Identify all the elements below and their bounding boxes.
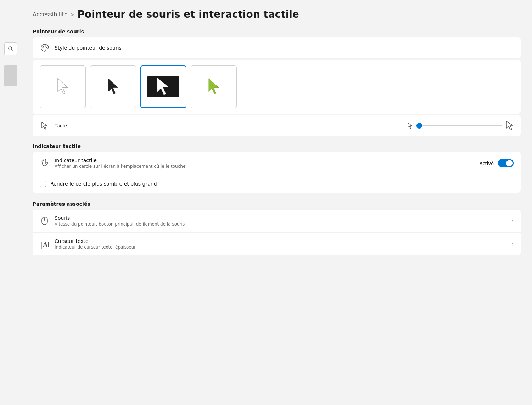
row-pointer-style: Style du pointeur de souris bbox=[33, 37, 521, 58]
card-related-settings: Souris Vitesse du pointeur, bouton princ… bbox=[33, 210, 521, 255]
svg-marker-6 bbox=[58, 79, 68, 94]
section-label-touch: Indicateur tactile bbox=[33, 143, 521, 149]
toggle-thumb bbox=[506, 160, 513, 166]
souris-chevron: › bbox=[511, 218, 514, 224]
touch-indicator-content: Indicateur tactile Afficher un cercle su… bbox=[55, 158, 475, 169]
curseur-texte-chevron: › bbox=[511, 241, 514, 247]
pointer-style-title: Style du pointeur de souris bbox=[55, 45, 514, 51]
cursor-large-icon bbox=[506, 121, 514, 130]
palette-icon bbox=[40, 43, 50, 53]
row-touch-indicator: Indicateur tactile Afficher un cercle su… bbox=[33, 152, 521, 175]
svg-marker-12 bbox=[506, 121, 513, 130]
curseur-texte-content: Curseur texte Indicateur de curseur text… bbox=[55, 238, 506, 250]
touch-indicator-toggle-area: Activé bbox=[480, 159, 514, 167]
chevron-right-icon: › bbox=[511, 218, 514, 224]
search-button[interactable] bbox=[4, 42, 17, 55]
cursor-inverted-bg bbox=[147, 76, 179, 97]
svg-line-1 bbox=[11, 50, 13, 51]
breadcrumb-separator: > bbox=[71, 12, 75, 17]
make-larger-label: Rendre le cercle plus sombre et plus gra… bbox=[50, 181, 157, 187]
svg-marker-8 bbox=[157, 78, 169, 95]
cursor-cards-list bbox=[40, 65, 514, 108]
pointer-style-content: Style du pointeur de souris bbox=[55, 45, 514, 51]
curseur-texte-title: Curseur texte bbox=[55, 238, 506, 244]
svg-point-15 bbox=[44, 218, 45, 220]
toggle-label-activé: Activé bbox=[480, 161, 494, 166]
touch-icon bbox=[40, 158, 50, 168]
sidebar-nav-placeholder bbox=[4, 65, 17, 86]
card-size: Taille bbox=[33, 115, 521, 136]
svg-point-5 bbox=[46, 47, 47, 48]
svg-point-4 bbox=[45, 46, 46, 47]
breadcrumb: Accessibilité > Pointeur de souris et in… bbox=[33, 8, 521, 20]
page-title: Pointeur de souris et interaction tactil… bbox=[78, 8, 299, 20]
touch-indicator-title: Indicateur tactile bbox=[55, 158, 475, 163]
make-larger-checkbox[interactable] bbox=[40, 181, 46, 187]
sidebar bbox=[0, 0, 21, 405]
card-pointer-style: Style du pointeur de souris bbox=[33, 37, 521, 58]
size-title: Taille bbox=[55, 123, 402, 129]
souris-subtitle: Vitesse du pointeur, bouton principal, d… bbox=[55, 222, 506, 227]
svg-marker-11 bbox=[408, 123, 412, 129]
svg-marker-9 bbox=[209, 79, 219, 94]
row-curseur-texte[interactable]: |Ab Curseur texte Indicateur de curseur … bbox=[33, 233, 521, 255]
svg-marker-7 bbox=[108, 79, 118, 94]
card-touch-indicator: Indicateur tactile Afficher un cercle su… bbox=[33, 152, 521, 193]
souris-content: Souris Vitesse du pointeur, bouton princ… bbox=[55, 215, 506, 227]
main-content: Accessibilité > Pointeur de souris et in… bbox=[21, 0, 532, 405]
touch-indicator-subtitle: Afficher un cercle sur l'écran à l'empla… bbox=[55, 164, 475, 169]
text-cursor-icon: |Ab bbox=[40, 239, 50, 249]
size-controls bbox=[407, 121, 514, 130]
cursor-style-options bbox=[33, 60, 521, 114]
touch-indicator-toggle[interactable] bbox=[498, 159, 514, 167]
cursor-option-dark[interactable] bbox=[90, 65, 136, 108]
size-content: Taille bbox=[55, 123, 402, 129]
breadcrumb-parent[interactable]: Accessibilité bbox=[33, 11, 68, 18]
svg-point-3 bbox=[43, 46, 44, 47]
section-label-mouse: Pointeur de souris bbox=[33, 29, 521, 34]
search-icon bbox=[8, 46, 13, 52]
cursor-option-color[interactable] bbox=[191, 65, 237, 108]
curseur-texte-subtitle: Indicateur de curseur texte, épaisseur bbox=[55, 245, 506, 250]
cursor-small-icon bbox=[407, 122, 412, 129]
cursor-option-light[interactable] bbox=[40, 65, 86, 108]
souris-title: Souris bbox=[55, 215, 506, 221]
row-make-larger: Rendre le cercle plus sombre et plus gra… bbox=[33, 175, 521, 193]
row-size: Taille bbox=[33, 115, 521, 136]
size-slider[interactable] bbox=[416, 125, 502, 126]
mouse-icon bbox=[40, 216, 50, 226]
section-label-related: Paramètres associés bbox=[33, 201, 521, 207]
svg-text:|Ab: |Ab bbox=[41, 241, 49, 249]
cursor-option-inverted[interactable] bbox=[140, 65, 186, 108]
chevron-right-icon-2: › bbox=[511, 241, 514, 247]
svg-point-2 bbox=[43, 47, 44, 49]
cursor-size-icon bbox=[40, 121, 50, 131]
row-souris[interactable]: Souris Vitesse du pointeur, bouton princ… bbox=[33, 210, 521, 233]
svg-marker-10 bbox=[42, 122, 47, 129]
